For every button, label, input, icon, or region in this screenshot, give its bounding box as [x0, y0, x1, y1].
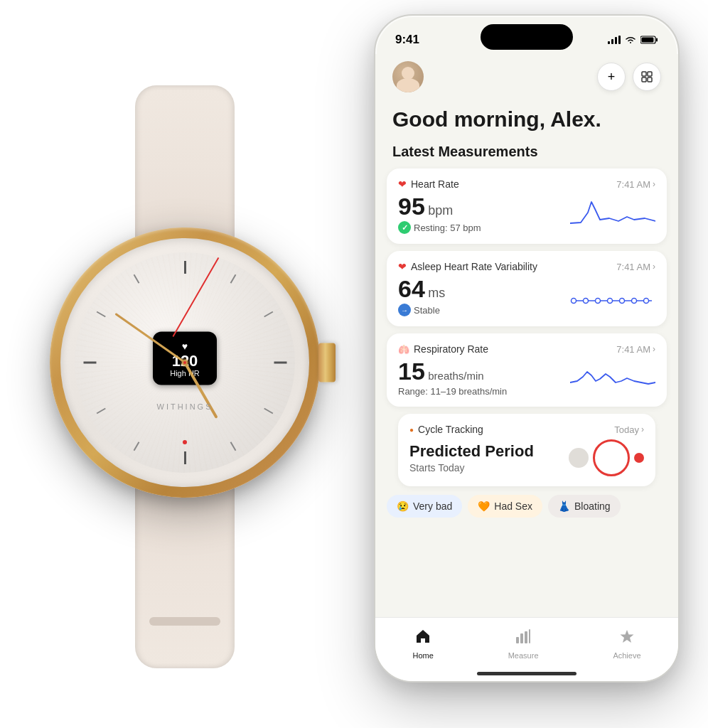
minute-hand [114, 313, 186, 363]
svg-point-15 [608, 299, 613, 304]
cycle-dot-large [593, 439, 630, 476]
cycle-dot-small [569, 448, 589, 468]
value-unit: bpm [428, 203, 453, 218]
value-unit: ms [428, 286, 445, 300]
svg-rect-21 [525, 631, 527, 643]
heart-rate-card[interactable]: ❤ Heart Rate 7:41 AM › 95 bpm [387, 168, 667, 244]
app-content: + Good morning, Alex. Latest Mea [375, 54, 678, 624]
status-green-icon [398, 221, 411, 234]
card-time: 7:41 AM › [616, 262, 655, 272]
signal-icon [608, 36, 621, 44]
svg-rect-0 [608, 41, 610, 44]
time-text: 7:41 AM [616, 262, 650, 272]
measure-icon [515, 628, 531, 648]
tag-had-sex[interactable]: 🧡 Had Sex [468, 495, 542, 518]
watch-crown [318, 343, 336, 382]
achieve-icon [618, 628, 635, 648]
value-unit: breaths/min [428, 370, 483, 382]
cycle-dot-filled [634, 453, 644, 463]
svg-rect-6 [642, 38, 654, 43]
greeting-section: Good morning, Alex. [375, 104, 678, 144]
svg-point-16 [620, 299, 625, 304]
main-value: 15 breaths/min [398, 359, 507, 383]
measure-svg-icon [515, 628, 531, 644]
main-value: 64 ms [398, 277, 445, 301]
hrv-sparkline [570, 281, 655, 316]
respiratory-card[interactable]: 🫁 Respiratory Rate 7:41 AM › 15 bre [387, 333, 667, 407]
nav-measure[interactable]: Measure [508, 628, 539, 660]
svg-point-14 [596, 299, 601, 304]
strap-top [135, 85, 235, 249]
value-section: 95 bpm Resting: 57 bpm [398, 194, 481, 234]
watch-inner: ♥ 120 High HR WITHINGS [60, 238, 309, 487]
time-text: Today [614, 424, 639, 435]
card-title-text: Heart Rate [411, 178, 459, 190]
card-sub: Range: 11–19 breaths/min [398, 386, 507, 397]
svg-rect-19 [516, 637, 519, 643]
card-header: 🫁 Respiratory Rate 7:41 AM › [398, 343, 655, 355]
card-body: 95 bpm Resting: 57 bpm [398, 194, 655, 234]
card-title: ❤ Heart Rate [398, 178, 459, 190]
svg-point-13 [584, 299, 589, 304]
chevron-right-icon: › [653, 344, 655, 354]
card-title: 🫁 Respiratory Rate [398, 343, 488, 355]
watch-outer: ♥ 120 High HR WITHINGS [50, 228, 320, 498]
watch-body: ♥ 120 High HR WITHINGS [50, 228, 320, 498]
cycle-title: ● Cycle Tracking [409, 424, 483, 435]
card-time: 7:41 AM › [616, 179, 655, 190]
chevron-right-icon: › [641, 424, 644, 434]
svg-rect-10 [648, 77, 652, 82]
avatar[interactable] [392, 61, 424, 92]
wifi-icon [625, 36, 636, 44]
measure-label: Measure [508, 651, 539, 660]
card-time: 7:41 AM › [616, 344, 655, 355]
cycle-body: Predicted Period Starts Today [409, 439, 644, 476]
nav-home[interactable]: Home [412, 628, 433, 660]
svg-marker-23 [620, 630, 633, 643]
home-label: Home [412, 651, 433, 660]
cycle-card-header: ● Cycle Tracking Today › [409, 424, 644, 435]
nav-achieve[interactable]: Achieve [613, 628, 640, 660]
tag-label: Very bad [413, 500, 452, 512]
cycle-tracking-card[interactable]: ● Cycle Tracking Today › Predicted Perio… [398, 414, 655, 486]
status-icons [608, 36, 658, 44]
value-number: 95 [398, 193, 425, 220]
svg-rect-1 [611, 39, 613, 44]
card-body: 64 ms Stable [398, 277, 655, 316]
hand-center [182, 360, 188, 365]
tag-very-bad[interactable]: 😢 Very bad [387, 495, 462, 518]
value-number: 15 [398, 358, 425, 385]
svg-rect-7 [642, 72, 646, 76]
hrv-card[interactable]: ❤ Asleep Heart Rate Variability 7:41 AM … [387, 251, 667, 326]
svg-rect-5 [656, 38, 658, 42]
chevron-right-icon: › [653, 179, 655, 189]
value-section: 15 breaths/min Range: 11–19 breaths/min [398, 359, 507, 397]
watch-brand: WITHINGS [157, 402, 213, 411]
home-indicator [477, 672, 576, 675]
svg-rect-20 [520, 633, 523, 643]
watch-container: ♥ 120 High HR WITHINGS [21, 57, 348, 668]
chevron-right-icon: › [653, 262, 655, 272]
second-hand [173, 257, 220, 337]
card-body: 15 breaths/min Range: 11–19 breaths/min [398, 359, 655, 397]
svg-rect-9 [642, 77, 646, 82]
settings-button[interactable] [633, 63, 661, 91]
achieve-svg-icon [618, 628, 635, 644]
phone-container: 9:41 [374, 14, 680, 711]
tag-bloating[interactable]: 👗 Bloating [548, 495, 621, 518]
card-header: ❤ Heart Rate 7:41 AM › [398, 178, 655, 190]
settings-icon [640, 70, 653, 83]
value-number: 64 [398, 275, 425, 302]
cycle-main-text: Predicted Period [409, 442, 534, 461]
svg-rect-3 [618, 36, 621, 44]
add-button[interactable]: + [597, 63, 626, 91]
card-title-text: Asleep Heart Rate Variability [411, 261, 537, 272]
respiratory-icon: 🫁 [398, 344, 409, 355]
svg-point-18 [644, 299, 649, 304]
status-blue-icon [398, 304, 411, 316]
svg-point-12 [572, 299, 576, 304]
app-header: + [375, 54, 678, 104]
tag-emoji: 😢 [397, 500, 409, 512]
status-time: 9:41 [395, 33, 419, 47]
heart-icon: ❤ [398, 178, 407, 190]
